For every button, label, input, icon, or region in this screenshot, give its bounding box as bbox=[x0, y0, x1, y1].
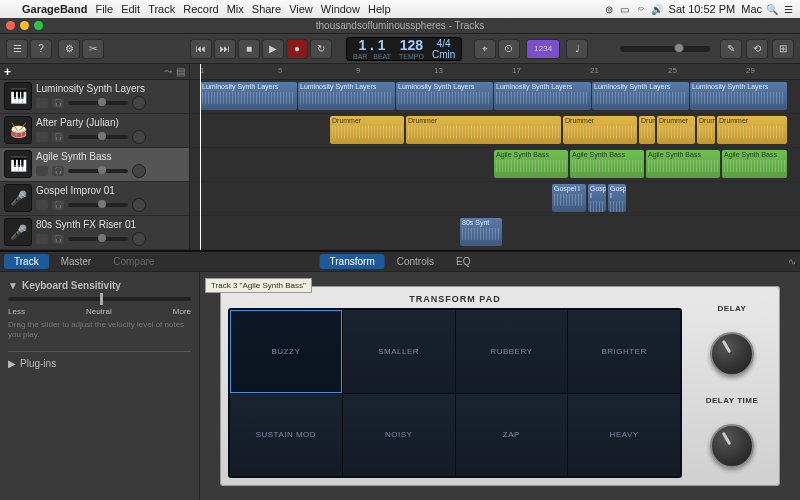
play-button[interactable]: ▶ bbox=[262, 39, 284, 59]
track-header[interactable]: 🎤 80s Synth FX Riser 01 🎧 bbox=[0, 216, 189, 250]
tab-master[interactable]: Master bbox=[51, 254, 102, 269]
minimize-icon[interactable] bbox=[20, 21, 29, 30]
region[interactable]: Gospel I bbox=[552, 184, 586, 212]
solo-button[interactable]: 🎧 bbox=[52, 234, 64, 244]
stop-button[interactable]: ■ bbox=[238, 39, 260, 59]
region[interactable]: Drummer bbox=[717, 116, 787, 144]
catch-playhead-button[interactable]: ▤ bbox=[176, 66, 185, 77]
sensitivity-slider[interactable] bbox=[8, 297, 191, 301]
track-header[interactable]: 🎹 Agile Synth Bass 🎧 bbox=[0, 148, 189, 182]
pad-cell[interactable]: RUBBERY bbox=[456, 310, 568, 393]
menu-mix[interactable]: Mix bbox=[227, 3, 244, 15]
compare-button[interactable]: Compare bbox=[103, 254, 164, 269]
track-volume-slider[interactable] bbox=[68, 169, 128, 173]
forward-button[interactable]: ⏭ bbox=[214, 39, 236, 59]
solo-button[interactable]: 🎧 bbox=[52, 132, 64, 142]
track-icon[interactable]: 🎹 bbox=[4, 82, 32, 110]
track-icon[interactable]: 🎹 bbox=[4, 150, 32, 178]
pad-cell[interactable]: BRIGHTER bbox=[568, 310, 680, 393]
menu-track[interactable]: Track bbox=[148, 3, 175, 15]
mute-button[interactable] bbox=[36, 166, 48, 176]
battery-icon[interactable]: ▭ bbox=[619, 4, 631, 15]
subtab-eq[interactable]: EQ bbox=[446, 254, 480, 269]
app-name[interactable]: GarageBand bbox=[22, 3, 87, 15]
lcd-display[interactable]: 1 . 1BAR BEAT 128TEMPO 4/4Cmin bbox=[346, 37, 462, 61]
track-icon[interactable]: 🎤 bbox=[4, 184, 32, 212]
pad-cell[interactable]: SMALLER bbox=[343, 310, 455, 393]
region[interactable]: Gospel I bbox=[588, 184, 606, 212]
solo-button[interactable]: 🎧 bbox=[52, 98, 64, 108]
region[interactable]: Drummer bbox=[406, 116, 561, 144]
traffic-lights[interactable] bbox=[6, 21, 43, 30]
pan-knob[interactable] bbox=[132, 96, 146, 110]
transform-pad-grid[interactable]: BUZZYSMALLERRUBBERYBRIGHTERSUSTAIN MODNO… bbox=[228, 308, 682, 478]
smart-controls-button[interactable]: ⚙ bbox=[58, 39, 80, 59]
media-button[interactable]: ⊞ bbox=[772, 39, 794, 59]
subtab-transform[interactable]: Transform bbox=[320, 254, 385, 269]
volume-icon[interactable]: 🔊 bbox=[651, 4, 663, 15]
menu-file[interactable]: File bbox=[95, 3, 113, 15]
mute-button[interactable] bbox=[36, 200, 48, 210]
notepad-button[interactable]: ✎ bbox=[720, 39, 742, 59]
tab-track[interactable]: Track bbox=[4, 254, 49, 269]
chevron-down-icon[interactable]: ▼ bbox=[8, 280, 18, 291]
quick-help-button[interactable]: ? bbox=[30, 39, 52, 59]
wifi2-icon[interactable]: ⌔ bbox=[635, 4, 647, 15]
region[interactable]: Agile Synth Bass bbox=[570, 150, 644, 178]
pan-knob[interactable] bbox=[132, 164, 146, 178]
region[interactable]: Drummer bbox=[657, 116, 695, 144]
playhead[interactable] bbox=[200, 64, 201, 250]
region[interactable]: Luminosity Synth Layers bbox=[396, 82, 493, 110]
pan-knob[interactable] bbox=[132, 198, 146, 212]
region[interactable]: Luminosity Synth Layers bbox=[690, 82, 787, 110]
menubar-user[interactable]: Mac bbox=[741, 3, 762, 15]
menu-window[interactable]: Window bbox=[321, 3, 360, 15]
region[interactable]: Agile Synth Bass bbox=[722, 150, 787, 178]
pad-cell[interactable]: BUZZY bbox=[230, 310, 342, 393]
wifi-icon[interactable]: ⊚ bbox=[603, 4, 615, 15]
menu-help[interactable]: Help bbox=[368, 3, 391, 15]
solo-button[interactable]: 🎧 bbox=[52, 200, 64, 210]
zoom-icon[interactable] bbox=[34, 21, 43, 30]
lcd-tempo[interactable]: 128 bbox=[400, 37, 423, 53]
lcd-sig[interactable]: 4/4 bbox=[437, 38, 451, 49]
loops-button[interactable]: ⟲ bbox=[746, 39, 768, 59]
region[interactable]: Drummer bbox=[330, 116, 404, 144]
mute-button[interactable] bbox=[36, 132, 48, 142]
add-track-button[interactable]: + bbox=[4, 65, 11, 79]
region[interactable]: Drummer bbox=[563, 116, 637, 144]
pad-cell[interactable]: ZAP bbox=[456, 394, 568, 477]
track-icon[interactable]: 🥁 bbox=[4, 116, 32, 144]
track-header[interactable]: 🎤 Gospel Improv 01 🎧 bbox=[0, 182, 189, 216]
tuner-button[interactable]: ⌖ bbox=[474, 39, 496, 59]
track-header[interactable]: 🥁 After Party (Julian) 🎧 bbox=[0, 114, 189, 148]
track-icon[interactable]: 🎤 bbox=[4, 218, 32, 246]
region[interactable]: Luminosity Synth Layers bbox=[298, 82, 395, 110]
menu-share[interactable]: Share bbox=[252, 3, 281, 15]
region[interactable]: Luminosity Synth Layers bbox=[494, 82, 591, 110]
metronome-button[interactable]: ♩ bbox=[566, 39, 588, 59]
library-button[interactable]: ☰ bbox=[6, 39, 28, 59]
solo-button[interactable]: 🎧 bbox=[52, 166, 64, 176]
region[interactable]: Gospel I bbox=[608, 184, 626, 212]
cycle-button[interactable]: ↻ bbox=[310, 39, 332, 59]
pan-knob[interactable] bbox=[132, 130, 146, 144]
lcd-key[interactable]: Cmin bbox=[432, 49, 455, 60]
ruler[interactable]: 1591317212529 bbox=[190, 64, 800, 80]
pad-cell[interactable]: HEAVY bbox=[568, 394, 680, 477]
delay-knob[interactable] bbox=[710, 332, 754, 376]
mute-button[interactable] bbox=[36, 234, 48, 244]
subtab-controls[interactable]: Controls bbox=[387, 254, 444, 269]
arrange-area[interactable]: 1591317212529 Luminosity Synth LayersLum… bbox=[190, 64, 800, 250]
pan-knob[interactable] bbox=[132, 232, 146, 246]
menubar-time[interactable]: Sat 10:52 PM bbox=[669, 3, 736, 15]
region[interactable]: Luminosity Synth Layers bbox=[592, 82, 689, 110]
region[interactable]: Agile Synth Bass bbox=[646, 150, 720, 178]
automation-button[interactable]: ⤳ bbox=[164, 66, 172, 77]
track-volume-slider[interactable] bbox=[68, 237, 128, 241]
region[interactable]: Drummer bbox=[639, 116, 655, 144]
menu-view[interactable]: View bbox=[289, 3, 313, 15]
region[interactable]: Agile Synth Bass bbox=[494, 150, 568, 178]
chevron-right-icon[interactable]: ▶ bbox=[8, 358, 16, 369]
record-button[interactable]: ● bbox=[286, 39, 308, 59]
